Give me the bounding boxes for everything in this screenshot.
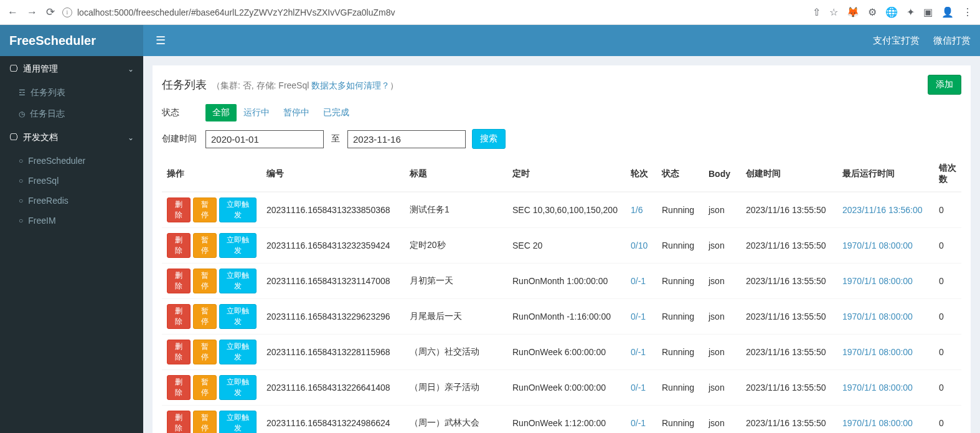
cell-status: Running <box>657 335 704 370</box>
delete-button[interactable]: 删除 <box>167 340 191 364</box>
trigger-button[interactable]: 立即触发 <box>219 340 257 364</box>
chevron-down-icon: ⌄ <box>128 133 134 142</box>
cell-lastrun-link[interactable]: 1970/1/1 08:00:00 <box>842 240 913 250</box>
cell-round-link[interactable]: 0/-1 <box>631 383 646 393</box>
trigger-button[interactable]: 立即触发 <box>219 411 257 433</box>
browser-chrome: ← → ⟳ i localhost:5000/freescheduler/#ba… <box>0 0 980 25</box>
cell-round-link[interactable]: 0/-1 <box>631 347 646 357</box>
cell-errors: 0 <box>934 370 961 406</box>
trigger-button[interactable]: 立即触发 <box>219 197 257 222</box>
delete-button[interactable]: 删除 <box>167 411 191 433</box>
panel-icon[interactable]: ▣ <box>923 6 933 18</box>
col-errors: 错次数 <box>934 156 961 192</box>
cell-status: Running <box>657 370 704 406</box>
delete-button[interactable]: 删除 <box>167 375 191 400</box>
profile-icon[interactable]: 👤 <box>941 6 954 18</box>
cell-id: 20231116.16584313231147008 <box>261 264 405 299</box>
sidebar-item-task-log[interactable]: ◷任务日志 <box>0 103 143 125</box>
forward-icon[interactable]: → <box>27 6 37 19</box>
metamask-icon[interactable]: 🦊 <box>847 6 859 18</box>
cleanup-help-link[interactable]: 数据太多如何清理？ <box>311 80 390 90</box>
globe-icon[interactable]: 🌐 <box>885 6 898 18</box>
sidebar-group-general[interactable]: 🖵通用管理 ⌄ <box>0 56 143 82</box>
delete-button[interactable]: 删除 <box>167 197 191 222</box>
cell-lastrun-link[interactable]: 1970/1/1 08:00:00 <box>842 312 913 321</box>
star-icon[interactable]: ☆ <box>829 6 838 18</box>
trigger-button[interactable]: 立即触发 <box>219 233 257 258</box>
sidebar-toggle-icon[interactable]: ☰ <box>153 31 169 50</box>
delete-button[interactable]: 删除 <box>167 269 191 293</box>
cell-status: Running <box>657 192 704 228</box>
url-bar[interactable]: i localhost:5000/freescheduler/#base64ur… <box>62 5 805 20</box>
url-text: localhost:5000/freescheduler/#base64urlL… <box>77 7 395 17</box>
pause-button[interactable]: 暂停 <box>193 411 217 433</box>
cell-body: json <box>704 335 741 370</box>
status-tab-paused[interactable]: 暂停中 <box>276 104 316 121</box>
reload-icon[interactable]: ⟳ <box>46 6 55 19</box>
table-row: 删除暂停立即触发20231116.16584313226641408（周日）亲子… <box>162 370 961 406</box>
pause-button[interactable]: 暂停 <box>193 233 217 258</box>
cell-lastrun-link[interactable]: 1970/1/1 08:00:00 <box>842 383 913 393</box>
cell-round-link[interactable]: 1/6 <box>631 205 643 215</box>
cell-title: 测试任务1 <box>405 192 507 228</box>
add-button[interactable]: 添加 <box>928 75 961 95</box>
sidebar-item-freeredis[interactable]: ○FreeRedis <box>0 191 143 211</box>
pause-button[interactable]: 暂停 <box>193 304 217 329</box>
search-button[interactable]: 搜索 <box>472 129 506 149</box>
date-to-input[interactable] <box>347 130 466 148</box>
app-logo[interactable]: FreeScheduler <box>0 25 143 56</box>
status-tab-completed[interactable]: 已完成 <box>316 104 356 121</box>
col-title: 标题 <box>405 156 507 192</box>
trigger-button[interactable]: 立即触发 <box>219 269 257 293</box>
site-info-icon[interactable]: i <box>62 7 72 17</box>
cell-round-link[interactable]: 0/10 <box>631 240 648 250</box>
trigger-button[interactable]: 立即触发 <box>219 375 257 400</box>
cell-id: 20231116.16584313224986624 <box>261 406 405 434</box>
cell-created: 2023/11/16 13:55:50 <box>741 299 837 335</box>
cell-lastrun-link[interactable]: 1970/1/1 08:00:00 <box>842 276 913 286</box>
pause-button[interactable]: 暂停 <box>193 340 217 364</box>
nav-link-alipay[interactable]: 支付宝打赏 <box>873 35 920 47</box>
sidebar-group-docs[interactable]: 🖵开发文档 ⌄ <box>0 125 143 151</box>
table-row: 删除暂停立即触发20231116.16584313233850368测试任务1S… <box>162 192 961 228</box>
cell-lastrun-link[interactable]: 1970/1/1 08:00:00 <box>842 347 913 357</box>
circle-icon: ○ <box>19 216 23 225</box>
pause-button[interactable]: 暂停 <box>193 269 217 293</box>
back-icon[interactable]: ← <box>7 6 18 19</box>
cell-errors: 0 <box>934 192 961 228</box>
date-label: 创建时间 <box>162 133 199 145</box>
puzzle-icon[interactable]: ✦ <box>907 6 915 18</box>
pause-button[interactable]: 暂停 <box>193 375 217 400</box>
delete-button[interactable]: 删除 <box>167 233 191 258</box>
col-id: 编号 <box>261 156 405 192</box>
panel-title: 任务列表 （集群: 否, 存储: FreeSql 数据太多如何清理？） <box>162 77 398 92</box>
cell-round-link[interactable]: 0/-1 <box>631 418 646 428</box>
status-tab-running[interactable]: 运行中 <box>237 104 276 121</box>
status-tab-all[interactable]: 全部 <box>205 104 237 121</box>
menu-icon[interactable]: ⋮ <box>963 6 973 18</box>
sidebar-item-label: FreeSql <box>28 176 59 186</box>
share-icon[interactable]: ⇧ <box>813 6 821 18</box>
sidebar-item-task-list[interactable]: ☲任务列表 <box>0 82 143 103</box>
col-body: Body <box>704 156 741 192</box>
pause-button[interactable]: 暂停 <box>193 197 217 222</box>
delete-button[interactable]: 删除 <box>167 304 191 329</box>
extension-icon[interactable]: ⚙ <box>868 6 877 18</box>
task-list-panel: 任务列表 （集群: 否, 存储: FreeSql 数据太多如何清理？） 添加 状… <box>153 65 971 433</box>
cell-lastrun-link[interactable]: 1970/1/1 08:00:00 <box>842 418 913 428</box>
date-from-input[interactable] <box>205 130 324 148</box>
cell-round-link[interactable]: 0/-1 <box>631 276 646 286</box>
cell-id: 20231116.16584313232359424 <box>261 228 405 264</box>
cell-lastrun-link[interactable]: 2023/11/16 13:56:00 <box>842 205 922 215</box>
cell-created: 2023/11/16 13:55:50 <box>741 228 837 264</box>
nav-links: 支付宝打赏 微信打赏 <box>873 35 971 47</box>
trigger-button[interactable]: 立即触发 <box>219 304 257 329</box>
sidebar-item-freesql[interactable]: ○FreeSql <box>0 171 143 191</box>
sidebar-item-freeim[interactable]: ○FreeIM <box>0 211 143 231</box>
col-timing: 定时 <box>507 156 626 192</box>
to-label: 至 <box>331 133 340 145</box>
cell-round-link[interactable]: 0/-1 <box>631 312 646 321</box>
sidebar-item-freescheduler[interactable]: ○FreeScheduler <box>0 151 143 171</box>
nav-link-wechat[interactable]: 微信打赏 <box>933 35 971 47</box>
col-lastrun: 最后运行时间 <box>837 156 934 192</box>
